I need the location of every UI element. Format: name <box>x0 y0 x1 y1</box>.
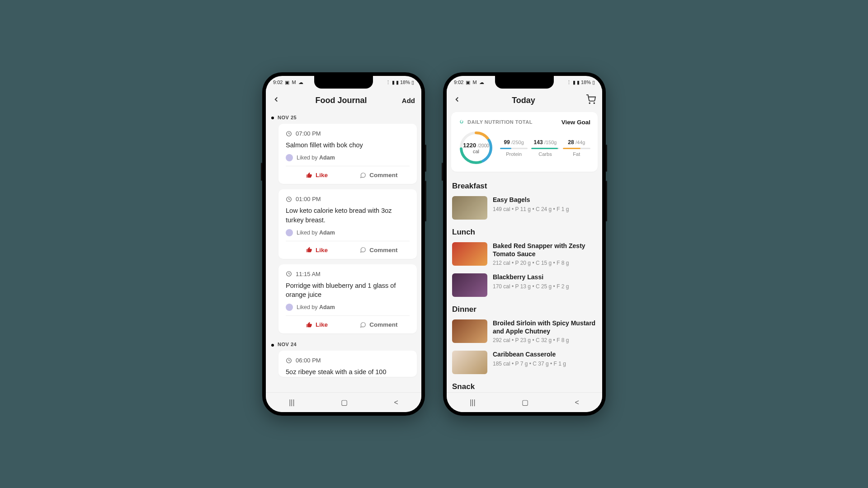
meal-stats: 185 cal • P 7 g • C 37 g • F 1 g <box>493 361 566 367</box>
thumb-up-icon <box>306 247 313 253</box>
meal-name: Blackberry Lassi <box>493 273 569 282</box>
liked-by-row: Liked by Adam <box>286 229 410 236</box>
entry-time: 01:00 PM <box>296 196 321 202</box>
back-button[interactable] <box>453 95 461 106</box>
home-button[interactable]: ▢ <box>341 398 348 407</box>
macro-value: 143 <box>534 139 543 145</box>
back-button[interactable] <box>272 95 280 106</box>
today-content[interactable]: DAILY NUTRITION TOTAL View Goal 1220 <box>447 112 602 392</box>
comment-icon <box>359 322 367 328</box>
macro-label: Protein <box>500 151 528 157</box>
section-title: Dinner <box>451 302 598 318</box>
meal-item[interactable]: Blackberry Lassi170 cal • P 13 g • C 25 … <box>451 272 598 302</box>
avatar <box>286 304 293 311</box>
macro-value: 28 <box>568 139 574 145</box>
thumb-up-icon <box>306 322 313 328</box>
journal-content[interactable]: NOV 2507:00 PMSalmon fillet with bok cho… <box>266 112 421 392</box>
signal-icon: ▮ <box>392 80 395 85</box>
avatar <box>286 154 293 161</box>
macro-max: /250g <box>511 140 524 145</box>
wifi-icon: ⋮ <box>386 80 391 85</box>
comment-button[interactable]: Comment <box>348 166 410 184</box>
battery-pct: 18% <box>581 80 591 85</box>
like-button[interactable]: Like <box>286 316 348 333</box>
recents-button[interactable]: ||| <box>289 399 294 407</box>
page-title: Today <box>512 96 535 105</box>
meal-name: Easy Bagels <box>493 196 569 204</box>
section-title: Breakfast <box>451 179 598 194</box>
android-navbar: ||| ▢ < <box>447 392 602 412</box>
comment-icon <box>359 172 367 178</box>
wifi-icon: ⋮ <box>566 80 571 85</box>
meal-name: Caribbean Casserole <box>493 351 566 359</box>
meal-item[interactable]: Easy Bagels149 cal • P 11 g • C 24 g • F… <box>451 194 598 225</box>
macro-max: /150g <box>544 140 557 145</box>
clock-icon <box>286 357 292 364</box>
meal-item[interactable]: Caribbean Casserole185 cal • P 7 g • C 3… <box>451 349 598 380</box>
status-time: 9:02 <box>273 80 283 85</box>
flame-icon <box>458 118 465 126</box>
entry-time: 07:00 PM <box>296 130 321 137</box>
meal-stats: 212 cal • P 20 g • C 15 g • F 8 g <box>493 260 597 266</box>
image-icon: ▣ <box>285 80 289 85</box>
phone-food-journal: 9:02 ▣ M ☁ ⋮ ▮ ▮ 18% ▯ Food Journal Add … <box>262 72 425 416</box>
back-nav-button[interactable]: < <box>575 399 579 407</box>
macro-max: /44g <box>576 140 585 145</box>
meal-name: Broiled Sirloin with Spicy Mustard and A… <box>493 319 597 335</box>
home-button[interactable]: ▢ <box>522 398 528 407</box>
liked-by-row: Liked by Adam <box>286 154 410 161</box>
mail-icon: M <box>292 80 296 85</box>
clock-icon <box>286 271 292 277</box>
journal-entry[interactable]: 06:00 PM5oz ribeye steak with a side of … <box>278 351 417 376</box>
meal-image <box>452 196 487 220</box>
comment-icon <box>359 247 367 253</box>
macro-carbs: 143 /150gCarbs <box>531 139 559 157</box>
cloud-icon: ☁ <box>298 80 303 85</box>
comment-button[interactable]: Comment <box>348 241 410 259</box>
add-button[interactable]: Add <box>402 97 415 104</box>
journal-entry[interactable]: 11:15 AMPorridge with blueberry and 1 gl… <box>278 264 417 334</box>
svg-point-5 <box>594 103 594 103</box>
like-button[interactable]: Like <box>286 166 348 184</box>
macro-value: 99 <box>504 139 510 145</box>
back-nav-button[interactable]: < <box>394 399 398 407</box>
meal-item[interactable]: Broiled Sirloin with Spicy Mustard and A… <box>451 318 598 349</box>
mail-icon: M <box>472 80 476 85</box>
like-button[interactable]: Like <box>286 241 348 259</box>
entry-time: 06:00 PM <box>296 357 321 364</box>
entry-description: Porridge with blueberry and 1 glass of o… <box>286 281 410 300</box>
meal-stats: 149 cal • P 11 g • C 24 g • F 1 g <box>493 206 569 212</box>
journal-entry[interactable]: 01:00 PMLow keto calorie keto bread with… <box>278 189 417 259</box>
calorie-ring: 1220 /2000 cal <box>458 130 494 165</box>
meal-image <box>452 273 487 297</box>
liked-by-row: Liked by Adam <box>286 304 410 311</box>
battery-pct: 18% <box>400 80 410 85</box>
journal-entry[interactable]: 07:00 PMSalmon fillet with bok choyLiked… <box>278 124 417 184</box>
date-label: NOV 25 <box>270 112 417 124</box>
meal-item[interactable]: Baked Red Snapper with Zesty Tomato Sauc… <box>451 240 598 272</box>
image-icon: ▣ <box>466 80 470 85</box>
app-header: Food Journal Add <box>266 89 421 112</box>
status-time: 9:02 <box>454 80 463 85</box>
avatar <box>286 229 293 236</box>
calorie-max: /2000 <box>478 143 489 148</box>
macro-label: Fat <box>563 151 590 157</box>
clock-icon <box>286 196 292 202</box>
meal-name: Baked Red Snapper with Zesty Tomato Sauc… <box>493 242 597 258</box>
comment-button[interactable]: Comment <box>348 316 410 333</box>
signal-icon: ▮ <box>577 80 580 85</box>
meal-image <box>452 351 487 374</box>
recents-button[interactable]: ||| <box>470 399 475 407</box>
nutrition-card: DAILY NUTRITION TOTAL View Goal 1220 <box>451 112 598 172</box>
page-title: Food Journal <box>315 96 367 105</box>
view-goal-button[interactable]: View Goal <box>561 119 590 126</box>
calorie-unit: cal <box>473 149 479 154</box>
thumb-up-icon <box>306 172 313 178</box>
clock-icon <box>286 131 292 137</box>
entry-description: Salmon fillet with bok choy <box>286 141 410 150</box>
app-header: Today <box>447 89 602 112</box>
cart-button[interactable] <box>586 94 596 106</box>
signal-icon: ▮ <box>573 80 576 85</box>
svg-point-4 <box>589 103 590 103</box>
macro-fat: 28 /44gFat <box>563 139 590 157</box>
